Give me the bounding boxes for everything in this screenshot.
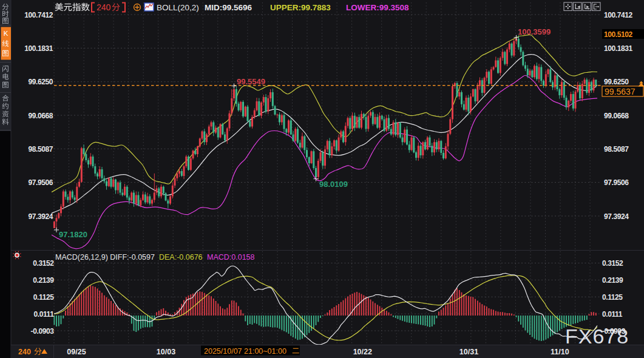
svg-text:-0.0903: -0.0903 — [31, 327, 55, 336]
svg-text:99.0668: 99.0668 — [28, 112, 53, 120]
svg-text:MID:99.5696: MID:99.5696 — [205, 3, 253, 12]
svg-text:97.3924: 97.3924 — [28, 212, 53, 221]
svg-text:09/25: 09/25 — [67, 348, 86, 356]
svg-text:100.7412: 100.7412 — [604, 11, 633, 19]
svg-text:98.5087: 98.5087 — [28, 145, 53, 154]
svg-text:2025/10/07 21:00~01:00: 2025/10/07 21:00~01:00 — [204, 347, 286, 356]
svg-text:10/03: 10/03 — [157, 348, 175, 356]
svg-text:97.1820: 97.1820 — [59, 230, 87, 239]
svg-text:97.9506: 97.9506 — [604, 178, 629, 187]
svg-text:100.7412: 100.7412 — [24, 11, 53, 19]
svg-text:K: K — [4, 30, 8, 37]
svg-text:MACD(26,12,9) DIFF:-0.0597: MACD(26,12,9) DIFF:-0.0597 — [55, 253, 155, 262]
svg-text:100.3599: 100.3599 — [518, 27, 551, 36]
svg-text:100.1831: 100.1831 — [24, 44, 53, 53]
svg-text:0.2139: 0.2139 — [602, 276, 623, 285]
svg-text:11/10: 11/10 — [551, 348, 569, 356]
svg-text:99.5637: 99.5637 — [605, 87, 636, 96]
svg-text:98.5087: 98.5087 — [604, 145, 629, 154]
svg-text:0.0111: 0.0111 — [34, 310, 55, 319]
svg-text:DEA:-0.0676: DEA:-0.0676 — [159, 253, 203, 262]
svg-text:UPPER:99.7883: UPPER:99.7883 — [270, 3, 331, 12]
svg-text:97.3924: 97.3924 — [604, 212, 629, 221]
svg-text:0.1125: 0.1125 — [33, 293, 54, 302]
svg-text:0.3152: 0.3152 — [602, 259, 623, 268]
svg-text:99.6250: 99.6250 — [28, 78, 53, 86]
svg-text:-0.0903: -0.0903 — [602, 327, 626, 336]
svg-text:99.5549: 99.5549 — [237, 77, 265, 86]
svg-text:0.3152: 0.3152 — [33, 259, 54, 268]
svg-text:97.9506: 97.9506 — [28, 178, 53, 187]
svg-text:100.5102: 100.5102 — [604, 30, 633, 39]
svg-text:BOLL(20,2): BOLL(20,2) — [157, 3, 199, 12]
svg-text:LOWER:99.3508: LOWER:99.3508 — [346, 3, 409, 12]
svg-text:MACD:0.0158: MACD:0.0158 — [207, 253, 255, 262]
svg-text:99.0668: 99.0668 — [604, 112, 629, 120]
svg-text:10/31: 10/31 — [459, 348, 478, 356]
svg-text:0.2139: 0.2139 — [33, 276, 54, 285]
svg-text:240: 240 — [97, 2, 111, 12]
svg-text:99.6250: 99.6250 — [604, 78, 629, 86]
svg-text:0.0111: 0.0111 — [602, 310, 623, 319]
svg-text:100.1831: 100.1831 — [604, 44, 633, 53]
svg-text:0.1125: 0.1125 — [602, 293, 623, 302]
svg-text:10/22: 10/22 — [353, 348, 372, 356]
svg-text:98.0109: 98.0109 — [319, 180, 348, 189]
svg-text:240: 240 — [18, 348, 31, 356]
